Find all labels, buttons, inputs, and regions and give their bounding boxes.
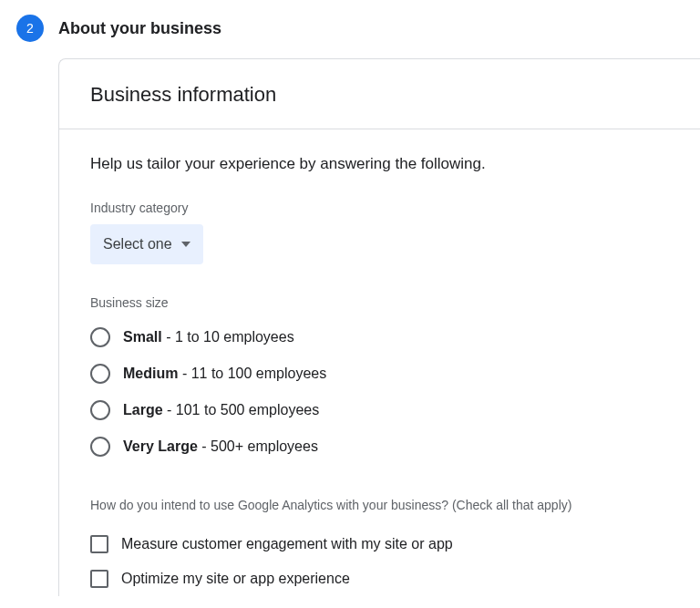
radio-option-small[interactable]: Small - 1 to 10 employees [90, 319, 669, 356]
radio-icon [90, 437, 110, 457]
business-info-card: Business information Help us tailor your… [58, 58, 700, 596]
step-number-badge: 2 [16, 15, 44, 42]
industry-select[interactable]: Select one [90, 224, 203, 264]
checkbox-label: Optimize my site or app experience [121, 571, 350, 587]
step-title: About your business [58, 19, 221, 38]
checkbox-icon [90, 570, 108, 588]
checkbox-icon [90, 535, 108, 553]
radio-option-very-large[interactable]: Very Large - 500+ employees [90, 428, 669, 465]
step-header: 2 About your business [0, 0, 700, 58]
checkbox-optimize-experience[interactable]: Optimize my site or app experience [90, 562, 669, 596]
radio-option-large[interactable]: Large - 101 to 500 employees [90, 392, 669, 428]
card-body: Help us tailor your experience by answer… [59, 129, 700, 596]
checkbox-label: Measure customer engagement with my site… [121, 536, 453, 552]
industry-label: Industry category [90, 201, 669, 215]
radio-icon [90, 364, 110, 384]
radio-label: Medium - 11 to 100 employees [123, 366, 326, 382]
radio-icon [90, 327, 110, 347]
usage-question: How do you intend to use Google Analytic… [90, 498, 669, 512]
checkbox-measure-engagement[interactable]: Measure customer engagement with my site… [90, 527, 669, 562]
card-title: Business information [90, 83, 669, 107]
radio-label: Large - 101 to 500 employees [123, 402, 319, 418]
chevron-down-icon [181, 242, 190, 247]
radio-option-medium[interactable]: Medium - 11 to 100 employees [90, 356, 669, 392]
radio-label: Small - 1 to 10 employees [123, 329, 294, 345]
radio-icon [90, 400, 110, 420]
industry-selected-text: Select one [103, 236, 172, 252]
business-size-radio-group: Small - 1 to 10 employees Medium - 11 to… [90, 319, 669, 465]
help-text: Help us tailor your experience by answer… [90, 155, 669, 173]
card-header: Business information [59, 59, 700, 129]
business-size-label: Business size [90, 295, 669, 310]
radio-label: Very Large - 500+ employees [123, 438, 318, 455]
